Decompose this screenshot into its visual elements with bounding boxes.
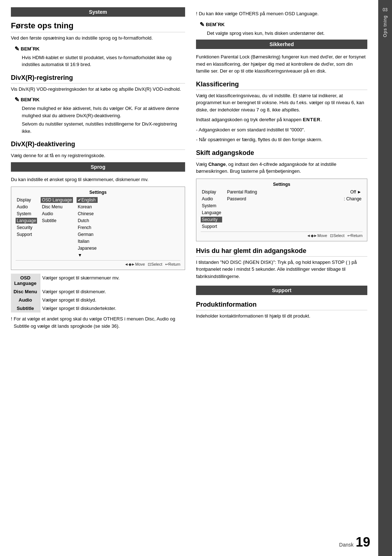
main-content: System Første ops tning Ved den første o… (0, 0, 378, 340)
settings2-col-detail: Parental Rating Off ► Password : Change (226, 189, 363, 229)
s2-display: Display (201, 189, 222, 195)
lang-dutch: Dutch (77, 218, 98, 224)
lang-japanese: Japanese (77, 245, 98, 251)
note2-icon: ✎ (15, 95, 19, 104)
glemt-title: Hvis du har glemt din adgangskode (196, 247, 367, 257)
exclaim-text-2: Du kan ikke vælge OTHERS på menuen OSD L… (199, 10, 319, 17)
lang-row-disc: Disc Menu Vælger sproget til diskmenuer. (11, 287, 185, 296)
side-tab-text: Ops tning (383, 15, 388, 37)
settings-col-nav: Display Audio System Language Security S… (16, 197, 37, 258)
s2-system: System (201, 203, 222, 209)
lang-row-audio: Audio Vælger sproget til disklyd. (11, 296, 185, 304)
s2-password: Password : Change (226, 196, 363, 202)
bemrk-text-right: Det valgte sprog vises kun, hvis disken … (200, 30, 367, 37)
s2-support: Support (201, 224, 222, 229)
settings-col-langs: ✔English Korean Chinese Dutch French Ger… (77, 197, 98, 258)
note1-icon: ✎ (15, 45, 19, 53)
settings-box-left-title: Settings (16, 190, 180, 195)
settings-box-right-title: Settings (201, 182, 363, 187)
page-footer: Dansk 19 (339, 536, 370, 549)
nav-return: ↩Return (165, 262, 180, 267)
settings-col-mid: OSD Language Disc Menu Audio Subtitle (41, 197, 73, 258)
skift-body: Vælg Change, og indtast den 4-cifrede ad… (196, 161, 367, 175)
first-setup-body: Ved den første opsætning kan du indstill… (11, 34, 185, 42)
glemt-body: I tilstanden "NO DISC (INGEN DISK)": Try… (196, 259, 367, 280)
sprog-header: Sprog (11, 162, 185, 172)
note2-text2: Selvom du nulstiller systemet, nulstille… (15, 120, 185, 135)
klassificering-note1: - Adgangskoden er som standard indstille… (196, 126, 367, 134)
s2-password-val: : Change (344, 196, 362, 201)
nav2-move: ◄◆►Move (307, 233, 327, 238)
note1-text: Hvis HDMI-kablet er sluttet til produkte… (15, 54, 185, 68)
note1-block: ✎ BEM˘RK Hvis HDMI-kablet er sluttet til… (15, 45, 185, 68)
lang-korean: Korean (77, 204, 98, 210)
s2-parental-val: Off ► (350, 189, 362, 195)
nav-select: ⊡Select (148, 262, 162, 267)
first-setup-title: Første ops tning (11, 21, 185, 32)
s2-parental-label: Parental Rating (227, 189, 257, 195)
lang-label-audio: Audio (11, 296, 40, 304)
settings-nav-left: ◄◆►Move ⊡Select ↩Return (16, 260, 180, 267)
side-tab-number: 03 (383, 7, 387, 12)
bemrk-label-right: ✎ BEM˘RK (200, 20, 367, 29)
note2-text1: Denne mulighed er ikke aktiveret, hvis d… (15, 105, 185, 119)
s2-security: Security (201, 217, 222, 222)
left-column: System Første ops tning Ved den første o… (11, 7, 185, 332)
settings-box-left: Settings Display Audio System Language S… (11, 187, 185, 270)
nav2-return: ↩Return (347, 233, 363, 238)
exclaim-note-2: ! Du kan ikke vælge OTHERS på menuen OSD… (196, 10, 367, 17)
right-column: ! Du kan ikke vælge OTHERS på menuen OSD… (196, 7, 367, 332)
settings-mid-audio: Audio (41, 211, 73, 217)
produktinfo-body: Indeholder kontaktinformationen til hjæl… (196, 312, 367, 320)
settings-mid-osd: OSD Language (41, 197, 73, 203)
lang-desc-audio: Vælger sproget til disklyd. (40, 296, 185, 304)
lang-german: German (77, 232, 98, 237)
exclaim-text-1: For at vælge et andet sprog skal du vælg… (14, 315, 185, 330)
settings-item-audio: Audio (16, 204, 37, 210)
security-body: Funktionen Parental Lock (Børnesikring) … (196, 53, 367, 75)
sprog-body: Du kan indstille et ønsket sprog til skæ… (11, 176, 185, 183)
klassificering-title: Klassificering (196, 81, 367, 90)
divx-deakt-title: DivX(R)-deaktivering (11, 140, 185, 150)
side-tab: 03 Ops tning (378, 0, 392, 556)
lang-row-subtitle: Subtitle Vælger sproget til diskundertek… (11, 304, 185, 312)
skift-title: Skift adgangskode (196, 149, 367, 159)
divx-reg-title: DivX(R)-registrering (11, 74, 185, 83)
lang-desc-osd: Vælger sproget til skærmmenuer mv. (40, 274, 185, 287)
klassificering-note2: - Når opsætningen er færdig, flyttes du … (196, 136, 367, 143)
system-header: System (11, 7, 185, 17)
settings-table-right: Display Audio System Language Security S… (201, 189, 363, 229)
note2-block: ✎ BEM˘RK Denne mulighed er ikke aktivere… (15, 95, 185, 135)
divx-reg-body: Vis DivX(R) VOD-registreringskoden for a… (11, 86, 185, 93)
security-header: Sikkerhed (196, 40, 367, 49)
lang-desc-subtitle: Vælger sproget til diskundertekster. (40, 304, 185, 312)
settings-mid-subtitle: Subtitle (41, 218, 73, 224)
nav2-select: ⊡Select (330, 233, 344, 238)
produktinfo-title: Produktinformation (196, 301, 367, 310)
enter-key: ENTER (303, 117, 320, 122)
settings-item-language: Language (16, 218, 37, 224)
settings-nav-right: ◄◆►Move ⊡Select ↩Return (201, 232, 363, 238)
exclaim-note-1: ! For at vælge et andet sprog skal du væ… (11, 315, 185, 330)
change-bold: Change (208, 162, 226, 167)
settings2-col-nav: Display Audio System Language Security S… (201, 189, 222, 229)
settings-item-display: Display (16, 197, 37, 203)
klassificering-body1: Vælg det klassificeringsniveau, du vil i… (196, 92, 367, 114)
lang-chinese: Chinese (77, 211, 98, 217)
lang-row-osd: OSDLanguage Vælger sproget til skærmmenu… (11, 274, 185, 287)
divx-deakt-body: Vælg denne for at få en ny registrerings… (11, 152, 185, 159)
bemrk-icon-right: ✎ (200, 20, 204, 29)
nav-move: ◄◆►Move (124, 262, 145, 267)
exclaim-icon-2: ! (196, 10, 197, 17)
lang-italian: Italian (77, 238, 98, 244)
note1-label: ✎ BEM˘RK (15, 45, 185, 53)
settings-item-system: System (16, 211, 37, 217)
settings-table-left: Display Audio System Language Security S… (16, 197, 180, 258)
lang-english: ✔English (77, 197, 98, 203)
s2-language: Language (201, 210, 222, 216)
settings-mid-disc: Disc Menu (41, 204, 73, 210)
settings-item-security: Security (16, 225, 37, 230)
settings-item-support: Support (16, 232, 37, 237)
lang-table: OSDLanguage Vælger sproget til skærmmenu… (11, 274, 185, 312)
footer-pagenum: 19 (356, 536, 370, 549)
